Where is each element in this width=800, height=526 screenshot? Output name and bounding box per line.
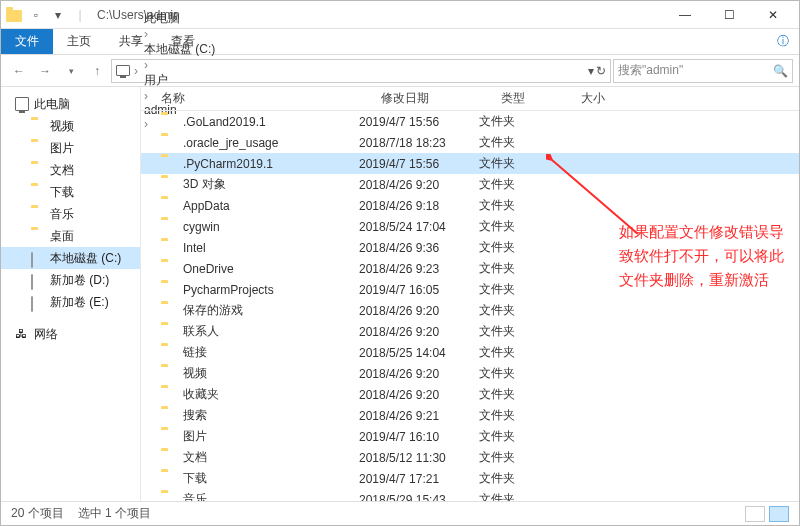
column-headers[interactable]: 名称 修改日期 类型 大小 (141, 87, 799, 111)
file-type: 文件夹 (479, 491, 559, 501)
table-row[interactable]: PycharmProjects2019/4/7 16:05文件夹 (141, 279, 799, 300)
chevron-right-icon: › (142, 27, 150, 41)
table-row[interactable]: 链接2018/5/25 14:04文件夹 (141, 342, 799, 363)
file-date: 2018/4/26 9:21 (359, 409, 479, 423)
folder-icon (31, 141, 45, 155)
file-date: 2018/4/26 9:20 (359, 178, 479, 192)
tree-item[interactable]: 文档 (1, 159, 140, 181)
file-type: 文件夹 (479, 197, 559, 214)
table-row[interactable]: cygwin2018/5/24 17:04文件夹 (141, 216, 799, 237)
address-dropdown-icon[interactable]: ▾ (588, 64, 594, 78)
view-details-button[interactable] (745, 506, 765, 522)
col-size[interactable]: 大小 (581, 90, 641, 107)
file-type: 文件夹 (479, 239, 559, 256)
tree-item[interactable]: 桌面 (1, 225, 140, 247)
properties-icon[interactable]: ▫ (27, 6, 45, 24)
qat-dropdown-icon[interactable]: ▾ (49, 6, 67, 24)
search-icon[interactable]: 🔍 (773, 64, 788, 78)
folder-icon (161, 429, 177, 445)
tree-item[interactable]: 图片 (1, 137, 140, 159)
tab-file[interactable]: 文件 (1, 29, 53, 54)
tree-label: 本地磁盘 (C:) (50, 250, 121, 267)
table-row[interactable]: 3D 对象2018/4/26 9:20文件夹 (141, 174, 799, 195)
help-icon[interactable]: ⓘ (767, 29, 799, 54)
tree-item[interactable]: 本地磁盘 (C:) (1, 247, 140, 269)
tree-root-thispc[interactable]: 此电脑 (1, 93, 140, 115)
file-type: 文件夹 (479, 449, 559, 466)
tree-item[interactable]: 视频 (1, 115, 140, 137)
file-type: 文件夹 (479, 470, 559, 487)
folder-icon (31, 185, 45, 199)
table-row[interactable]: 音乐2018/5/29 15:43文件夹 (141, 489, 799, 501)
network-icon: 🖧 (15, 327, 29, 341)
view-icons-button[interactable] (769, 506, 789, 522)
file-name: 图片 (183, 428, 207, 445)
table-row[interactable]: AppData2018/4/26 9:18文件夹 (141, 195, 799, 216)
file-name: 下载 (183, 470, 207, 487)
up-button[interactable]: ↑ (85, 59, 109, 83)
table-row[interactable]: .oracle_jre_usage2018/7/18 18:23文件夹 (141, 132, 799, 153)
chevron-right-icon: › (142, 58, 150, 72)
table-row[interactable]: OneDrive2018/4/26 9:23文件夹 (141, 258, 799, 279)
folder-icon (161, 156, 177, 172)
title-bar[interactable]: ▫ ▾ | C:\Users\admin — ☐ ✕ (1, 1, 799, 29)
table-row[interactable]: Intel2018/4/26 9:36文件夹 (141, 237, 799, 258)
tree-label: 此电脑 (34, 96, 70, 113)
search-input[interactable]: 搜索"admin" 🔍 (613, 59, 793, 83)
col-type[interactable]: 类型 (501, 90, 581, 107)
address-bar[interactable]: › 此电脑›本地磁盘 (C:)›用户›admin› ▾ ↻ (111, 59, 611, 83)
tree-label: 文档 (50, 162, 74, 179)
table-row[interactable]: 下载2019/4/7 17:21文件夹 (141, 468, 799, 489)
tree-item[interactable]: 新加卷 (D:) (1, 269, 140, 291)
nav-tree[interactable]: 此电脑 视频图片文档下载音乐桌面本地磁盘 (C:)新加卷 (D:)新加卷 (E:… (1, 87, 141, 501)
file-type: 文件夹 (479, 218, 559, 235)
tree-item[interactable]: 下载 (1, 181, 140, 203)
minimize-button[interactable]: — (663, 1, 707, 29)
breadcrumb-item[interactable]: 本地磁盘 (C:) (142, 41, 217, 58)
tree-item[interactable]: 音乐 (1, 203, 140, 225)
tree-item[interactable]: 新加卷 (E:) (1, 291, 140, 313)
close-button[interactable]: ✕ (751, 1, 795, 29)
folder-icon (161, 303, 177, 319)
tree-label: 下载 (50, 184, 74, 201)
drive-icon (31, 251, 45, 265)
table-row[interactable]: .PyCharm2019.12019/4/7 15:56文件夹 (141, 153, 799, 174)
file-date: 2018/4/26 9:20 (359, 367, 479, 381)
col-name[interactable]: 名称 (161, 90, 381, 107)
folder-icon (161, 135, 177, 151)
maximize-button[interactable]: ☐ (707, 1, 751, 29)
back-button[interactable]: ← (7, 59, 31, 83)
file-type: 文件夹 (479, 176, 559, 193)
table-row[interactable]: 搜索2018/4/26 9:21文件夹 (141, 405, 799, 426)
file-date: 2018/5/29 15:43 (359, 493, 479, 502)
file-list[interactable]: .GoLand2019.12019/4/7 15:56文件夹.oracle_jr… (141, 111, 799, 501)
folder-icon (161, 114, 177, 130)
folder-icon (161, 366, 177, 382)
file-name: .GoLand2019.1 (183, 115, 266, 129)
table-row[interactable]: 文档2018/5/12 11:30文件夹 (141, 447, 799, 468)
file-date: 2019/4/7 17:21 (359, 472, 479, 486)
breadcrumb-item[interactable]: 此电脑 (142, 10, 217, 27)
table-row[interactable]: 图片2019/4/7 16:10文件夹 (141, 426, 799, 447)
file-date: 2019/4/7 16:05 (359, 283, 479, 297)
table-row[interactable]: 保存的游戏2018/4/26 9:20文件夹 (141, 300, 799, 321)
folder-icon (161, 261, 177, 277)
crumb-sep: › (132, 64, 140, 78)
recent-dropdown[interactable]: ▾ (59, 59, 83, 83)
file-date: 2019/4/7 15:56 (359, 157, 479, 171)
folder-icon (161, 471, 177, 487)
tree-network[interactable]: 🖧 网络 (1, 323, 140, 345)
col-date[interactable]: 修改日期 (381, 90, 501, 107)
file-name: 搜索 (183, 407, 207, 424)
table-row[interactable]: 联系人2018/4/26 9:20文件夹 (141, 321, 799, 342)
table-row[interactable]: .GoLand2019.12019/4/7 15:56文件夹 (141, 111, 799, 132)
file-type: 文件夹 (479, 365, 559, 382)
file-type: 文件夹 (479, 302, 559, 319)
folder-icon (31, 229, 45, 243)
table-row[interactable]: 收藏夹2018/4/26 9:20文件夹 (141, 384, 799, 405)
file-name: 链接 (183, 344, 207, 361)
refresh-icon[interactable]: ↻ (596, 64, 606, 78)
table-row[interactable]: 视频2018/4/26 9:20文件夹 (141, 363, 799, 384)
tab-home[interactable]: 主页 (53, 29, 105, 54)
forward-button[interactable]: → (33, 59, 57, 83)
